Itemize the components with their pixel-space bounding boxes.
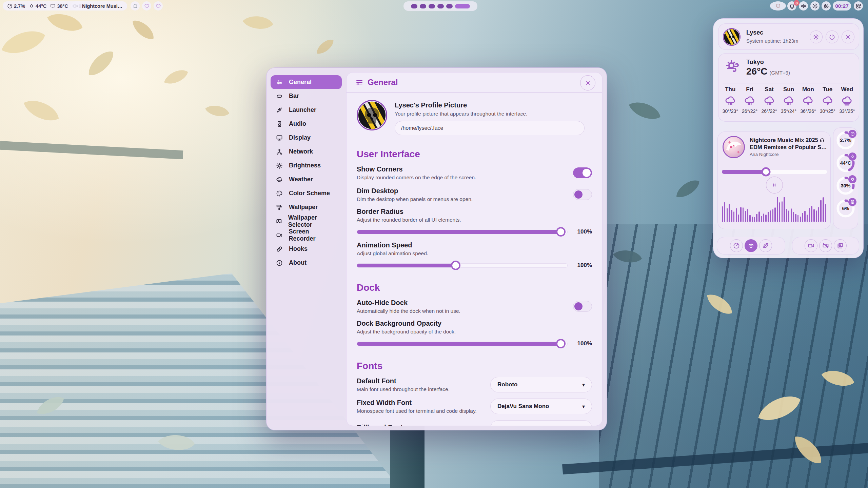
- slider-knob[interactable]: [556, 227, 566, 237]
- profile-path-input[interactable]: [395, 121, 585, 135]
- visualizer-bar: [765, 215, 767, 222]
- close-button[interactable]: [580, 75, 595, 90]
- music-title-line2: EDM Remixes of Popular S…: [750, 144, 827, 151]
- sidebar-item-general[interactable]: General: [271, 75, 342, 89]
- visualizer-bar: [784, 197, 785, 222]
- overview-button[interactable]: [854, 1, 863, 11]
- close-panel-button[interactable]: [842, 30, 854, 43]
- sidebar-item-color-scheme[interactable]: Color Scheme: [271, 186, 342, 200]
- setting-row-fixed-width-font: Fixed Width FontMonospace font used for …: [357, 398, 592, 415]
- workspace-dot[interactable]: [429, 4, 435, 8]
- sidebar-item-about[interactable]: About: [271, 256, 342, 270]
- sidebar-item-label: About: [289, 259, 307, 266]
- ghost-icon: [133, 3, 138, 9]
- slider-knob[interactable]: [556, 339, 566, 348]
- setting-description: Adjust the rounded border of all UI elem…: [357, 217, 592, 223]
- music-progress-slider[interactable]: [722, 170, 827, 174]
- visualizer-bar: [825, 204, 826, 222]
- workspace-dot[interactable]: [437, 4, 444, 8]
- like-button[interactable]: [154, 1, 163, 11]
- night-light-button[interactable]: [822, 1, 831, 11]
- topbar-music-pill[interactable]: Nightcore Music Mix 20…: [71, 1, 127, 11]
- sidebar-item-bar[interactable]: Bar: [271, 89, 342, 103]
- slider-dock-background-opacity[interactable]: [357, 342, 568, 346]
- setting-text: Auto-Hide DockAutomatically hide the doc…: [357, 299, 460, 314]
- screen-record-button[interactable]: [805, 239, 817, 252]
- sidebar-item-label: Wallpaper: [289, 204, 318, 211]
- audio-visualizer: [722, 197, 826, 222]
- slider-border-radius[interactable]: [357, 230, 568, 234]
- avatar: [723, 28, 741, 46]
- toggle-knob: [574, 302, 583, 310]
- speaker-box-icon: [276, 121, 283, 127]
- brightness-button[interactable]: [810, 1, 820, 11]
- workspace-dot[interactable]: [446, 4, 453, 8]
- workspace-dot[interactable]: [420, 4, 426, 8]
- sun-icon: [812, 3, 818, 9]
- record-off-button[interactable]: [819, 239, 832, 252]
- screenshot-gallery-button[interactable]: [834, 239, 847, 252]
- sidebar-item-label: Hooks: [289, 245, 308, 252]
- setting-label: Default Font: [357, 377, 450, 385]
- slider-knob[interactable]: [451, 261, 460, 270]
- sidebar-item-weather[interactable]: Weather: [271, 172, 342, 186]
- setting-row-border-radius: Border RadiusAdjust the rounded border o…: [357, 208, 592, 237]
- sidebar-item-wallpaper[interactable]: Wallpaper: [271, 200, 342, 214]
- forecast-temps: 33°/25°: [839, 108, 855, 114]
- setting-description: Main font used throughout the interface.: [357, 386, 450, 392]
- sun-wind-icon: [725, 59, 741, 75]
- dropdown-billboard-font[interactable]: ▾: [490, 420, 592, 426]
- workspace-active[interactable]: [455, 4, 470, 8]
- sidebar-item-wallpaper-selector[interactable]: Wallpaper Selector: [271, 214, 342, 228]
- power-button[interactable]: [826, 30, 839, 43]
- weather-forecast: Thu30°/23°Fri26°/22°Sat26°/22°Sun35°/24°…: [721, 86, 857, 114]
- tray-app-button[interactable]: [770, 1, 786, 11]
- favorite-button[interactable]: [142, 1, 151, 11]
- roller-icon: [276, 204, 283, 211]
- visualizer-bar: [738, 215, 739, 222]
- visualizer-bar: [758, 211, 760, 222]
- gauge-icon: [7, 3, 13, 9]
- visualizer-bar: [761, 216, 762, 222]
- volume-button[interactable]: [799, 1, 808, 11]
- topbar-music-title: Nightcore Music Mix 20…: [82, 3, 123, 9]
- weather-city: Tokyo: [746, 59, 764, 66]
- sidebar-item-launcher[interactable]: Launcher: [271, 103, 342, 117]
- setting-row-dock-background-opacity: Dock Background OpacityAdjust the backgr…: [357, 320, 592, 348]
- toggle-dim-desktop[interactable]: [573, 189, 592, 200]
- dropdown-fixed-width-font[interactable]: DejaVu Sans Mono▾: [490, 399, 592, 414]
- ghost-button[interactable]: [131, 1, 140, 11]
- toggle-show-corners[interactable]: [573, 167, 592, 178]
- panel-header-buttons: [810, 30, 854, 43]
- sidebar-item-audio[interactable]: Audio: [271, 117, 342, 131]
- performance-mode-button[interactable]: [730, 239, 743, 252]
- dropdown-value: Roboto: [497, 381, 517, 388]
- balanced-mode-button[interactable]: [745, 239, 757, 252]
- visualizer-bar: [770, 210, 771, 222]
- close-icon: [585, 80, 591, 86]
- powersave-mode-button[interactable]: [759, 239, 772, 252]
- dropdown-default-font[interactable]: Roboto▾: [490, 377, 592, 392]
- heart-icon: [144, 3, 150, 9]
- close-icon: [845, 34, 851, 40]
- system-stat: 44°C: [29, 3, 46, 9]
- toggle-auto-hide-dock[interactable]: [573, 301, 592, 312]
- display-icon: [276, 135, 283, 141]
- slider-animation-speed[interactable]: [357, 263, 568, 268]
- sidebar-item-display[interactable]: Display: [271, 131, 342, 145]
- sidebar-item-network[interactable]: Network: [271, 145, 342, 159]
- capture-card: [792, 237, 859, 255]
- visualizer-bar: [736, 208, 737, 222]
- sidebar-item-label: Brightness: [289, 162, 321, 169]
- clock[interactable]: 00:27: [833, 1, 851, 11]
- sidebar-item-screen-recorder[interactable]: Screen Recorder: [271, 228, 342, 242]
- play-pause-button[interactable]: [766, 177, 783, 194]
- user-name: Lysec: [746, 29, 763, 36]
- sidebar-item-hooks[interactable]: Hooks: [271, 242, 342, 256]
- sidebar-item-label: Color Scheme: [289, 190, 330, 197]
- workspace-dot[interactable]: [411, 4, 417, 8]
- settings-button[interactable]: [810, 30, 823, 43]
- cloud-rain-icon: [725, 95, 736, 106]
- sidebar-item-brightness[interactable]: Brightness: [271, 159, 342, 172]
- volume-icon: [801, 3, 807, 9]
